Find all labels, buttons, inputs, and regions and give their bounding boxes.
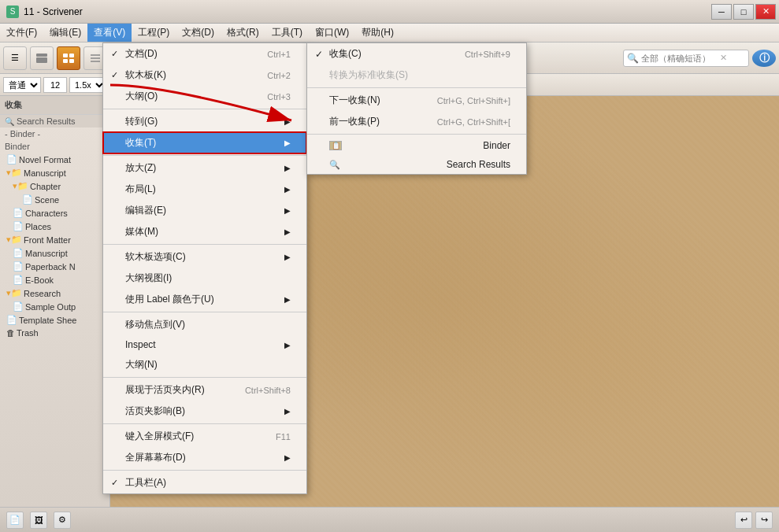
submenu-next-collect-label: 下一收集(N) bbox=[329, 94, 380, 107]
menu-view-move-focus-label: 移动焦点到(V) bbox=[125, 318, 185, 331]
search-icon: 🔍 bbox=[627, 53, 639, 64]
tree-novel-format[interactable]: 📄 Novel Format bbox=[0, 153, 109, 166]
menu-view-move-focus[interactable]: 移动焦点到(V) bbox=[103, 314, 306, 335]
titlebar-left: S 11 - Scrivener bbox=[0, 6, 83, 18]
search-box[interactable]: 🔍 ✕ bbox=[623, 50, 749, 67]
menu-format[interactable]: 格式(R) bbox=[221, 24, 265, 42]
menu-view-inspect[interactable]: Inspect bbox=[103, 335, 306, 354]
tree-research[interactable]: ▾📁 Research bbox=[0, 286, 109, 300]
status-button-2[interactable]: 🖼 bbox=[30, 512, 47, 529]
menu-view-fullscreen-covers[interactable]: 全屏幕幕布(D) bbox=[103, 447, 306, 468]
sidebar-header: 收集 bbox=[0, 96, 109, 115]
minimize-button[interactable]: ─ bbox=[711, 4, 732, 20]
menu-view-zoom[interactable]: 放大(Z) bbox=[103, 157, 306, 179]
status-right-1[interactable]: ↩ bbox=[735, 512, 752, 529]
tree-template-sheet[interactable]: 📄 Template Shee bbox=[0, 313, 109, 327]
view-dropdown-menu: 文档(D) Ctrl+1 软木板(K) Ctrl+2 大纲(O) Ctrl+3 … bbox=[102, 42, 307, 494]
submenu-sep-2 bbox=[307, 134, 526, 135]
app-icon: S bbox=[6, 6, 19, 18]
view-switcher-1[interactable] bbox=[30, 46, 54, 70]
chapter-icon: ▾📁 bbox=[13, 181, 28, 191]
menu-document[interactable]: 文档(D) bbox=[176, 24, 221, 42]
info-button[interactable]: ⓘ bbox=[752, 50, 776, 67]
menu-project[interactable]: 工程(P) bbox=[132, 24, 176, 42]
tree-chapter[interactable]: ▾📁 Chapter bbox=[0, 179, 109, 193]
submenu-convert-standard: 转换为标准收集(S) bbox=[307, 65, 526, 86]
sidebar: 收集 🔍 Search Results - Binder - Binder 📄 … bbox=[0, 96, 110, 507]
tree-manuscript2[interactable]: 📄 Manuscript bbox=[0, 246, 109, 260]
sidebar-toggle-button[interactable]: ☰ bbox=[3, 46, 27, 70]
submenu-search-results-label: Search Results bbox=[447, 159, 510, 170]
menu-view-use-label[interactable]: 使用 Label 颜色于(U) bbox=[103, 289, 306, 310]
menu-sep-4 bbox=[103, 312, 306, 312]
status-right-2[interactable]: ↪ bbox=[755, 512, 773, 529]
menu-view-reveal-binder[interactable]: 展现于活页夹内(R) Ctrl+Shift+8 bbox=[103, 379, 306, 401]
menu-tools[interactable]: 工具(T) bbox=[265, 24, 309, 42]
submenu-sep-1 bbox=[307, 87, 526, 88]
sample-output-icon: 📄 bbox=[13, 301, 24, 312]
front-matter-label: Front Matter bbox=[24, 235, 109, 245]
tree-sample-output[interactable]: 📄 Sample Outp bbox=[0, 300, 109, 313]
binder-label2: Binder bbox=[5, 142, 30, 151]
tree-ebook[interactable]: 📄 E-Book bbox=[0, 273, 109, 286]
close-button[interactable]: ✕ bbox=[755, 4, 776, 20]
menu-view[interactable]: 查看(V) bbox=[87, 24, 132, 42]
tree-characters[interactable]: 📄 Characters bbox=[0, 206, 109, 220]
menu-view-outline2[interactable]: 大纲(N) bbox=[103, 354, 306, 375]
menu-view-goto-label: 转到(G) bbox=[125, 115, 158, 128]
menu-view-fullscreen-enter[interactable]: 键入全屏模式(F) F11 bbox=[103, 426, 306, 447]
submenu-collect-c[interactable]: 收集(C) Ctrl+Shift+9 bbox=[307, 43, 526, 65]
view-switcher-corkboard[interactable] bbox=[57, 46, 80, 70]
tree-manuscript[interactable]: ▾📁 Manuscript bbox=[0, 166, 109, 179]
submenu-next-collect[interactable]: 下一收集(N) Ctrl+G, Ctrl+Shift+] bbox=[307, 90, 526, 111]
search-clear-icon[interactable]: ✕ bbox=[720, 53, 727, 63]
menu-view-fullscreen-enter-shortcut: F11 bbox=[276, 432, 291, 441]
submenu-prev-collect[interactable]: 前一收集(P) Ctrl+G, Ctrl+Shift+[ bbox=[307, 111, 526, 132]
menu-file[interactable]: 文件(F) bbox=[0, 24, 43, 42]
search-input[interactable] bbox=[641, 54, 720, 63]
menu-view-media-label: 媒体(M) bbox=[125, 225, 158, 238]
search-results-label: Search Results bbox=[17, 116, 76, 126]
line-spacing-select[interactable]: 1.5x bbox=[69, 77, 106, 93]
menu-view-outline[interactable]: 大纲(O) Ctrl+3 bbox=[103, 86, 306, 107]
menu-sep-5 bbox=[103, 377, 306, 378]
submenu-search-results[interactable]: 🔍 Search Results bbox=[307, 155, 526, 174]
tree-places[interactable]: 📄 Places bbox=[0, 220, 109, 233]
tree-paperback[interactable]: 📄 Paperback N bbox=[0, 260, 109, 273]
menu-view-editor[interactable]: 编辑器(E) bbox=[103, 200, 306, 221]
tree-trash[interactable]: 🗑 Trash bbox=[0, 327, 109, 339]
menu-view-active-affect[interactable]: 活页夹影响(B) bbox=[103, 401, 306, 422]
menu-view-outline-view[interactable]: 大纲视图(I) bbox=[103, 268, 306, 289]
status-button-1[interactable]: 📄 bbox=[6, 512, 24, 529]
menu-view-corkboard-label: 软木板(K) bbox=[125, 68, 166, 82]
trash-icon: 🗑 bbox=[6, 328, 15, 338]
menu-view-collect[interactable]: 收集(T) bbox=[103, 132, 306, 153]
svg-rect-2 bbox=[63, 54, 68, 57]
manuscript2-icon: 📄 bbox=[13, 248, 24, 258]
menu-view-corkboard-opts[interactable]: 软木板选项(C) bbox=[103, 246, 306, 268]
menu-edit[interactable]: 编辑(E) bbox=[43, 24, 87, 42]
menu-window[interactable]: 窗口(W) bbox=[309, 24, 355, 42]
submenu-prev-collect-shortcut: Ctrl+G, Ctrl+Shift+[ bbox=[437, 117, 510, 127]
search-results-row[interactable]: 🔍 Search Results bbox=[0, 115, 109, 127]
menu-view-toolbar[interactable]: 工具栏(A) bbox=[103, 472, 306, 493]
menu-view-document-shortcut: Ctrl+1 bbox=[267, 50, 291, 59]
menu-view-goto[interactable]: 转到(G) bbox=[103, 111, 306, 132]
font-size-input[interactable] bbox=[43, 77, 67, 93]
menu-view-document[interactable]: 文档(D) Ctrl+1 bbox=[103, 43, 306, 65]
status-button-gear[interactable]: ⚙ bbox=[54, 512, 71, 529]
menu-view-corkboard[interactable]: 软木板(K) Ctrl+2 bbox=[103, 65, 306, 86]
submenu-binder[interactable]: 📋 Binder bbox=[307, 136, 526, 155]
scene-label: Scene bbox=[35, 195, 109, 205]
template-sheet-label: Template Shee bbox=[19, 316, 109, 325]
binder-section: - Binder - bbox=[0, 127, 109, 140]
maximize-button[interactable]: □ bbox=[733, 4, 754, 20]
titlebar-buttons[interactable]: ─ □ ✕ bbox=[711, 4, 779, 20]
paragraph-style-select[interactable]: 普通 bbox=[3, 77, 41, 93]
menu-help[interactable]: 帮助(H) bbox=[355, 24, 400, 42]
tree-front-matter[interactable]: ▾📁 Front Matter bbox=[0, 233, 109, 246]
tree-scene[interactable]: 📄 Scene bbox=[0, 193, 109, 206]
menu-view-layout[interactable]: 布局(L) bbox=[103, 179, 306, 200]
binder-icon-submenu: 📋 bbox=[329, 141, 342, 150]
menu-view-media[interactable]: 媒体(M) bbox=[103, 221, 306, 242]
